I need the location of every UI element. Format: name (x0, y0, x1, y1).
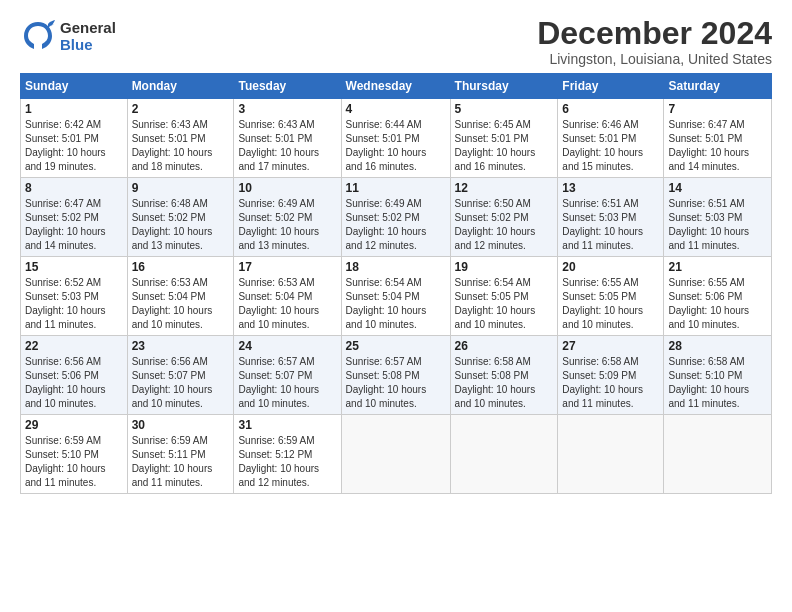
logo-general-text: General (60, 19, 116, 36)
day-number: 29 (25, 418, 123, 432)
day-info: Sunrise: 6:50 AMSunset: 5:02 PMDaylight:… (455, 197, 554, 253)
title-block: December 2024 Livingston, Louisiana, Uni… (537, 16, 772, 67)
day-number: 21 (668, 260, 767, 274)
calendar-cell: 17Sunrise: 6:53 AMSunset: 5:04 PMDayligh… (234, 257, 341, 336)
week-row-5: 29Sunrise: 6:59 AMSunset: 5:10 PMDayligh… (21, 415, 772, 494)
calendar-cell: 15Sunrise: 6:52 AMSunset: 5:03 PMDayligh… (21, 257, 128, 336)
day-info: Sunrise: 6:57 AMSunset: 5:07 PMDaylight:… (238, 355, 336, 411)
calendar-cell: 1Sunrise: 6:42 AMSunset: 5:01 PMDaylight… (21, 99, 128, 178)
day-info: Sunrise: 6:42 AMSunset: 5:01 PMDaylight:… (25, 118, 123, 174)
day-number: 24 (238, 339, 336, 353)
calendar-cell: 12Sunrise: 6:50 AMSunset: 5:02 PMDayligh… (450, 178, 558, 257)
day-number: 31 (238, 418, 336, 432)
calendar-cell (558, 415, 664, 494)
day-info: Sunrise: 6:59 AMSunset: 5:11 PMDaylight:… (132, 434, 230, 490)
day-number: 28 (668, 339, 767, 353)
day-number: 6 (562, 102, 659, 116)
calendar-cell (450, 415, 558, 494)
day-info: Sunrise: 6:55 AMSunset: 5:06 PMDaylight:… (668, 276, 767, 332)
day-number: 18 (346, 260, 446, 274)
day-info: Sunrise: 6:54 AMSunset: 5:05 PMDaylight:… (455, 276, 554, 332)
day-number: 3 (238, 102, 336, 116)
calendar-cell: 19Sunrise: 6:54 AMSunset: 5:05 PMDayligh… (450, 257, 558, 336)
day-number: 11 (346, 181, 446, 195)
calendar-header-row: Sunday Monday Tuesday Wednesday Thursday… (21, 74, 772, 99)
calendar-cell: 9Sunrise: 6:48 AMSunset: 5:02 PMDaylight… (127, 178, 234, 257)
day-info: Sunrise: 6:57 AMSunset: 5:08 PMDaylight:… (346, 355, 446, 411)
day-info: Sunrise: 6:52 AMSunset: 5:03 PMDaylight:… (25, 276, 123, 332)
week-row-3: 15Sunrise: 6:52 AMSunset: 5:03 PMDayligh… (21, 257, 772, 336)
col-wednesday: Wednesday (341, 74, 450, 99)
calendar-cell (664, 415, 772, 494)
day-info: Sunrise: 6:58 AMSunset: 5:09 PMDaylight:… (562, 355, 659, 411)
month-title: December 2024 (537, 16, 772, 51)
day-number: 19 (455, 260, 554, 274)
week-row-4: 22Sunrise: 6:56 AMSunset: 5:06 PMDayligh… (21, 336, 772, 415)
day-info: Sunrise: 6:58 AMSunset: 5:10 PMDaylight:… (668, 355, 767, 411)
day-info: Sunrise: 6:51 AMSunset: 5:03 PMDaylight:… (668, 197, 767, 253)
calendar-cell: 2Sunrise: 6:43 AMSunset: 5:01 PMDaylight… (127, 99, 234, 178)
day-number: 9 (132, 181, 230, 195)
calendar-cell: 11Sunrise: 6:49 AMSunset: 5:02 PMDayligh… (341, 178, 450, 257)
day-number: 20 (562, 260, 659, 274)
calendar-cell: 27Sunrise: 6:58 AMSunset: 5:09 PMDayligh… (558, 336, 664, 415)
day-info: Sunrise: 6:47 AMSunset: 5:01 PMDaylight:… (668, 118, 767, 174)
day-number: 23 (132, 339, 230, 353)
day-info: Sunrise: 6:56 AMSunset: 5:06 PMDaylight:… (25, 355, 123, 411)
day-number: 22 (25, 339, 123, 353)
day-number: 2 (132, 102, 230, 116)
logo-icon (20, 16, 56, 56)
day-info: Sunrise: 6:44 AMSunset: 5:01 PMDaylight:… (346, 118, 446, 174)
day-number: 8 (25, 181, 123, 195)
day-info: Sunrise: 6:55 AMSunset: 5:05 PMDaylight:… (562, 276, 659, 332)
calendar-cell: 31Sunrise: 6:59 AMSunset: 5:12 PMDayligh… (234, 415, 341, 494)
week-row-2: 8Sunrise: 6:47 AMSunset: 5:02 PMDaylight… (21, 178, 772, 257)
col-thursday: Thursday (450, 74, 558, 99)
col-saturday: Saturday (664, 74, 772, 99)
day-number: 27 (562, 339, 659, 353)
day-info: Sunrise: 6:45 AMSunset: 5:01 PMDaylight:… (455, 118, 554, 174)
logo-name: General Blue (60, 19, 116, 53)
day-number: 1 (25, 102, 123, 116)
calendar-cell: 10Sunrise: 6:49 AMSunset: 5:02 PMDayligh… (234, 178, 341, 257)
col-friday: Friday (558, 74, 664, 99)
day-info: Sunrise: 6:53 AMSunset: 5:04 PMDaylight:… (132, 276, 230, 332)
day-info: Sunrise: 6:46 AMSunset: 5:01 PMDaylight:… (562, 118, 659, 174)
day-info: Sunrise: 6:51 AMSunset: 5:03 PMDaylight:… (562, 197, 659, 253)
day-info: Sunrise: 6:56 AMSunset: 5:07 PMDaylight:… (132, 355, 230, 411)
page-container: General Blue December 2024 Livingston, L… (0, 0, 792, 504)
day-number: 30 (132, 418, 230, 432)
day-info: Sunrise: 6:49 AMSunset: 5:02 PMDaylight:… (346, 197, 446, 253)
day-number: 25 (346, 339, 446, 353)
location-title: Livingston, Louisiana, United States (537, 51, 772, 67)
day-info: Sunrise: 6:43 AMSunset: 5:01 PMDaylight:… (132, 118, 230, 174)
calendar-cell: 3Sunrise: 6:43 AMSunset: 5:01 PMDaylight… (234, 99, 341, 178)
day-info: Sunrise: 6:58 AMSunset: 5:08 PMDaylight:… (455, 355, 554, 411)
day-number: 13 (562, 181, 659, 195)
calendar-cell: 13Sunrise: 6:51 AMSunset: 5:03 PMDayligh… (558, 178, 664, 257)
day-number: 4 (346, 102, 446, 116)
calendar-cell: 29Sunrise: 6:59 AMSunset: 5:10 PMDayligh… (21, 415, 128, 494)
day-number: 26 (455, 339, 554, 353)
day-info: Sunrise: 6:49 AMSunset: 5:02 PMDaylight:… (238, 197, 336, 253)
header: General Blue December 2024 Livingston, L… (20, 16, 772, 67)
calendar-cell: 4Sunrise: 6:44 AMSunset: 5:01 PMDaylight… (341, 99, 450, 178)
week-row-1: 1Sunrise: 6:42 AMSunset: 5:01 PMDaylight… (21, 99, 772, 178)
day-number: 10 (238, 181, 336, 195)
calendar-cell: 5Sunrise: 6:45 AMSunset: 5:01 PMDaylight… (450, 99, 558, 178)
calendar-cell: 28Sunrise: 6:58 AMSunset: 5:10 PMDayligh… (664, 336, 772, 415)
day-info: Sunrise: 6:43 AMSunset: 5:01 PMDaylight:… (238, 118, 336, 174)
day-number: 14 (668, 181, 767, 195)
day-number: 17 (238, 260, 336, 274)
calendar-cell: 8Sunrise: 6:47 AMSunset: 5:02 PMDaylight… (21, 178, 128, 257)
day-number: 7 (668, 102, 767, 116)
calendar-cell: 24Sunrise: 6:57 AMSunset: 5:07 PMDayligh… (234, 336, 341, 415)
calendar-cell: 25Sunrise: 6:57 AMSunset: 5:08 PMDayligh… (341, 336, 450, 415)
day-info: Sunrise: 6:48 AMSunset: 5:02 PMDaylight:… (132, 197, 230, 253)
calendar-cell: 20Sunrise: 6:55 AMSunset: 5:05 PMDayligh… (558, 257, 664, 336)
day-number: 5 (455, 102, 554, 116)
day-number: 15 (25, 260, 123, 274)
calendar-cell: 22Sunrise: 6:56 AMSunset: 5:06 PMDayligh… (21, 336, 128, 415)
calendar-cell: 7Sunrise: 6:47 AMSunset: 5:01 PMDaylight… (664, 99, 772, 178)
day-number: 16 (132, 260, 230, 274)
